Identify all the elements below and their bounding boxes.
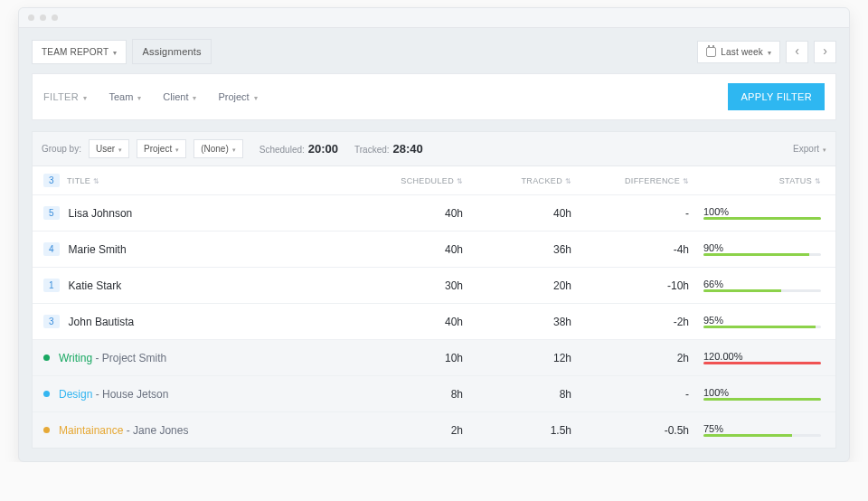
row-count-badge: 3	[43, 315, 60, 328]
caret-down-icon	[768, 47, 771, 57]
row-count-badge: 5	[43, 206, 60, 220]
chevron-left-icon	[795, 47, 799, 57]
table-row[interactable]: Writing - Project Smith 10h 12h 2h 120.0…	[33, 340, 835, 376]
row-scheduled: 30h	[363, 279, 463, 292]
col-status[interactable]: STATUS	[779, 176, 821, 185]
tracked-stat: Tracked: 28:40	[354, 142, 423, 156]
progress-bar	[703, 326, 821, 328]
row-count-badge: 4	[43, 242, 60, 256]
window-chrome	[19, 8, 849, 28]
row-tracked: 8h	[463, 388, 571, 401]
team-report-dropdown[interactable]: TEAM REPORT	[32, 40, 127, 64]
date-range-label: Last week	[721, 47, 763, 57]
group-by-project[interactable]: Project	[137, 139, 186, 158]
group-by-bar: Group by: User Project (None) Scheduled:…	[33, 132, 835, 166]
row-status-text: 120.00%	[703, 351, 742, 362]
row-person-name: Lisa Johnson	[69, 207, 133, 220]
row-count-badge: 1	[43, 279, 60, 292]
row-status-text: 90%	[703, 242, 723, 253]
progress-bar	[703, 362, 821, 364]
prev-period-button[interactable]	[786, 41, 808, 63]
apply-filter-button[interactable]: APPLY FILTER	[728, 83, 825, 110]
caret-down-icon	[232, 144, 236, 154]
row-tracked: 40h	[463, 207, 571, 220]
col-difference[interactable]: DIFFERENCE	[625, 176, 689, 185]
chevron-right-icon	[823, 47, 827, 57]
row-scheduled: 2h	[363, 424, 463, 437]
row-status-text: 100%	[703, 387, 729, 398]
col-title[interactable]: TITLE	[67, 176, 99, 185]
row-status-text: 100%	[703, 206, 729, 217]
group-by-label: Group by:	[42, 144, 81, 154]
table-row[interactable]: Design - House Jetson 8h 8h - 100%	[33, 376, 835, 412]
row-difference: -	[571, 207, 689, 220]
traffic-dot	[52, 14, 58, 21]
traffic-dot	[40, 14, 46, 21]
row-project-title: Writing - Project Smith	[59, 352, 166, 364]
traffic-dot	[28, 14, 34, 21]
row-difference: -10h	[571, 279, 689, 292]
caret-down-icon	[823, 144, 826, 154]
calendar-icon	[706, 47, 716, 57]
row-scheduled: 40h	[363, 316, 463, 328]
row-status-text: 75%	[703, 423, 723, 434]
progress-bar	[703, 253, 821, 256]
progress-bar	[703, 398, 821, 401]
caret-down-icon	[113, 47, 117, 57]
top-toolbar: TEAM REPORT Assignments Last week	[19, 28, 849, 73]
project-color-dot	[43, 391, 50, 397]
filter-team[interactable]: Team	[108, 91, 141, 102]
caret-down-icon	[175, 144, 179, 154]
row-scheduled: 8h	[363, 388, 463, 401]
row-status-text: 95%	[703, 315, 723, 326]
caret-down-icon	[137, 91, 141, 102]
filter-project[interactable]: Project	[218, 91, 257, 102]
group-by-none[interactable]: (None)	[193, 139, 243, 158]
row-tracked: 1.5h	[463, 424, 571, 437]
next-period-button[interactable]	[814, 41, 836, 63]
caret-down-icon	[83, 91, 87, 102]
row-difference: -4h	[571, 243, 689, 256]
progress-bar	[703, 289, 821, 292]
progress-bar	[703, 434, 821, 437]
export-dropdown[interactable]: Export	[793, 144, 826, 154]
col-scheduled[interactable]: SCHEDULED	[401, 176, 463, 185]
row-scheduled: 40h	[363, 243, 463, 256]
progress-bar	[703, 217, 821, 220]
table-header: 3 TITLE SCHEDULED TRACKED DIFFERENCE STA…	[33, 166, 835, 195]
row-person-name: Marie Smith	[69, 243, 127, 256]
row-scheduled: 40h	[363, 207, 463, 220]
row-difference: -2h	[571, 316, 689, 328]
row-tracked: 12h	[463, 352, 571, 364]
table-row[interactable]: Maintainance - Jane Jones 2h 1.5h -0.5h …	[33, 412, 835, 448]
row-difference: -0.5h	[571, 424, 689, 437]
assignments-tab[interactable]: Assignments	[132, 39, 211, 64]
date-range-dropdown[interactable]: Last week	[697, 41, 780, 63]
row-status-text: 66%	[703, 279, 723, 289]
col-tracked[interactable]: TRACKED	[522, 176, 571, 185]
row-project-title: Design - House Jetson	[59, 388, 168, 401]
group-by-user[interactable]: User	[89, 139, 129, 158]
filter-client[interactable]: Client	[163, 91, 196, 102]
project-color-dot	[43, 354, 50, 361]
row-difference: -	[571, 388, 689, 401]
app-window: TEAM REPORT Assignments Last week FILTER…	[18, 7, 850, 462]
row-difference: 2h	[571, 352, 689, 364]
header-count-badge: 3	[43, 174, 60, 187]
row-tracked: 20h	[463, 279, 571, 292]
row-person-name: Katie Stark	[69, 279, 122, 292]
filter-bar: FILTER Team Client Project APPLY FILTER	[32, 73, 836, 120]
team-report-label: TEAM REPORT	[42, 47, 108, 57]
caret-down-icon	[193, 91, 196, 102]
row-tracked: 38h	[463, 316, 571, 328]
table-row[interactable]: 4 Marie Smith 40h 36h -4h 90%	[33, 232, 835, 268]
table-row[interactable]: 3 John Bautista 40h 38h -2h 95%	[33, 304, 835, 340]
row-tracked: 36h	[463, 243, 571, 256]
filter-label[interactable]: FILTER	[43, 91, 87, 102]
table-row[interactable]: 5 Lisa Johnson 40h 40h - 100%	[33, 195, 835, 232]
assignments-label: Assignments	[142, 46, 201, 57]
caret-down-icon	[254, 91, 258, 102]
caret-down-icon	[118, 144, 122, 154]
table-row[interactable]: 1 Katie Stark 30h 20h -10h 66%	[33, 268, 835, 304]
table-body: 5 Lisa Johnson 40h 40h - 100% 4 Marie Sm…	[33, 195, 835, 448]
